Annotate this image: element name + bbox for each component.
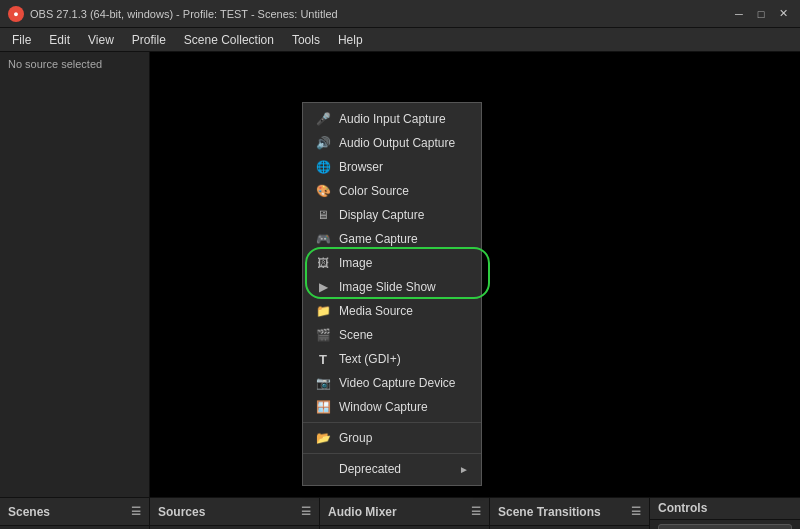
ctx-window-capture[interactable]: 🪟 Window Capture xyxy=(303,395,481,419)
no-source-label: No source selected xyxy=(0,52,149,76)
menu-file[interactable]: File xyxy=(4,31,39,49)
ctx-display-capture[interactable]: 🖥 Display Capture xyxy=(303,203,481,227)
group-icon: 📂 xyxy=(315,430,331,446)
scene-transitions-panel: Scene Transitions ☰ Fade ▾ ⚙ Duration 30… xyxy=(490,498,650,529)
controls-panel: Controls Start Streaming Start Recording… xyxy=(650,498,800,529)
audio-mixer-config-icon[interactable]: ☰ xyxy=(471,505,481,518)
ctx-media-source[interactable]: 📁 Media Source xyxy=(303,299,481,323)
scenes-header: Scenes ☰ xyxy=(0,498,149,526)
sources-config-icon[interactable]: ☰ xyxy=(301,505,311,518)
menu-bar: File Edit View Profile Scene Collection … xyxy=(0,28,800,52)
title-bar-left: ● OBS 27.1.3 (64-bit, windows) - Profile… xyxy=(8,6,338,22)
scene-transitions-label: Scene Transitions xyxy=(498,505,601,519)
ctx-separator-2 xyxy=(303,453,481,454)
display-icon: 🖥 xyxy=(315,207,331,223)
audio-mixer-icons: ☰ xyxy=(471,505,481,518)
slideshow-icon: ▶ xyxy=(315,279,331,295)
menu-profile[interactable]: Profile xyxy=(124,31,174,49)
sources-header-icons: ☰ xyxy=(301,505,311,518)
ctx-separator-1 xyxy=(303,422,481,423)
scene-icon: 🎬 xyxy=(315,327,331,343)
title-bar: ● OBS 27.1.3 (64-bit, windows) - Profile… xyxy=(0,0,800,28)
menu-view[interactable]: View xyxy=(80,31,122,49)
scenes-panel: No source selected xyxy=(0,52,150,497)
sources-header: Sources ☰ xyxy=(150,498,319,526)
mic-icon: 🎤 xyxy=(315,111,331,127)
ctx-audio-output[interactable]: 🔊 Audio Output Capture xyxy=(303,131,481,155)
ctx-image[interactable]: 🖼 Image xyxy=(303,251,481,275)
close-button[interactable]: ✕ xyxy=(774,5,792,23)
preview-area: 🎤 Audio Input Capture 🔊 Audio Output Cap… xyxy=(150,52,800,497)
scenes-config-icon[interactable]: ☰ xyxy=(131,505,141,518)
audio-mixer-panel: Audio Mixer ☰ Audio 0.0 dB 🔊 ⚙ xyxy=(320,498,490,529)
controls-label: Controls xyxy=(658,501,707,515)
camera-icon: 📷 xyxy=(315,375,331,391)
minimize-button[interactable]: ─ xyxy=(730,5,748,23)
menu-help[interactable]: Help xyxy=(330,31,371,49)
scenes-label: Scenes xyxy=(8,505,50,519)
scenes-bottom-panel: Scenes ☰ Scene Y or + − ∧ ∨ xyxy=(0,498,150,529)
start-streaming-button[interactable]: Start Streaming xyxy=(658,524,792,529)
workspace: No source selected 🎤 Audio Input Capture… xyxy=(0,52,800,497)
sources-panel: Sources ☰ + − ∧ ∨ ⚙ xyxy=(150,498,320,529)
title-bar-controls: ─ □ ✕ xyxy=(730,5,792,23)
color-icon: 🎨 xyxy=(315,183,331,199)
ctx-text-gdi[interactable]: T Text (GDI+) xyxy=(303,347,481,371)
window-icon: 🪟 xyxy=(315,399,331,415)
maximize-button[interactable]: □ xyxy=(752,5,770,23)
ctx-group[interactable]: 📂 Group xyxy=(303,426,481,450)
ctx-audio-input[interactable]: 🎤 Audio Input Capture xyxy=(303,107,481,131)
transitions-icons: ☰ xyxy=(631,505,641,518)
ctx-video-capture[interactable]: 📷 Video Capture Device xyxy=(303,371,481,395)
deprecated-icon xyxy=(315,461,331,477)
sources-label: Sources xyxy=(158,505,205,519)
text-icon: T xyxy=(315,351,331,367)
ctx-image-slide-show[interactable]: ▶ Image Slide Show xyxy=(303,275,481,299)
ctx-color-source[interactable]: 🎨 Color Source xyxy=(303,179,481,203)
scenes-header-icons: ☰ xyxy=(131,505,141,518)
ctx-browser[interactable]: 🌐 Browser xyxy=(303,155,481,179)
menu-edit[interactable]: Edit xyxy=(41,31,78,49)
speaker-icon: 🔊 xyxy=(315,135,331,151)
context-menu: 🎤 Audio Input Capture 🔊 Audio Output Cap… xyxy=(302,102,482,486)
window-title: OBS 27.1.3 (64-bit, windows) - Profile: … xyxy=(30,8,338,20)
audio-mixer-header: Audio Mixer ☰ xyxy=(320,498,489,526)
obs-icon: ● xyxy=(8,6,24,22)
submenu-arrow: ► xyxy=(459,464,469,475)
menu-scene-collection[interactable]: Scene Collection xyxy=(176,31,282,49)
media-icon: 📁 xyxy=(315,303,331,319)
ctx-game-capture[interactable]: 🎮 Game Capture xyxy=(303,227,481,251)
game-icon: 🎮 xyxy=(315,231,331,247)
panels-row: Scenes ☰ Scene Y or + − ∧ ∨ Sources ☰ + … xyxy=(0,497,800,529)
menu-tools[interactable]: Tools xyxy=(284,31,328,49)
ctx-scene[interactable]: 🎬 Scene xyxy=(303,323,481,347)
browser-icon: 🌐 xyxy=(315,159,331,175)
image-icon: 🖼 xyxy=(315,255,331,271)
controls-header: Controls xyxy=(650,498,800,520)
audio-mixer-label: Audio Mixer xyxy=(328,505,397,519)
transitions-config-icon[interactable]: ☰ xyxy=(631,505,641,518)
ctx-deprecated[interactable]: Deprecated ► xyxy=(303,457,481,481)
scene-transitions-header: Scene Transitions ☰ xyxy=(490,498,649,526)
